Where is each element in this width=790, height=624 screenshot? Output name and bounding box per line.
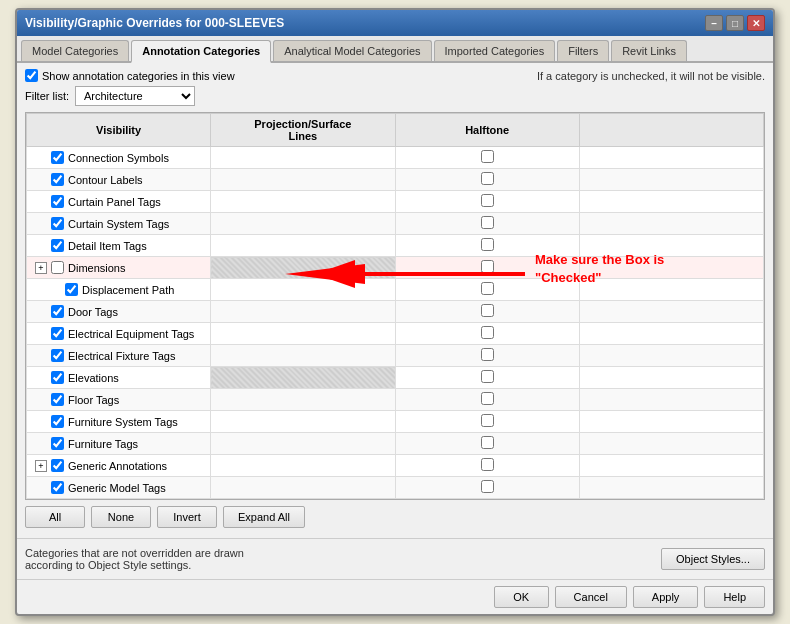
minimize-button[interactable]: – bbox=[705, 15, 723, 31]
visibility-checkbox[interactable] bbox=[51, 173, 64, 186]
row-label: Curtain Panel Tags bbox=[68, 196, 161, 208]
visibility-checkbox[interactable] bbox=[51, 261, 64, 274]
halftone-checkbox[interactable] bbox=[481, 370, 494, 383]
apply-button[interactable]: Apply bbox=[633, 586, 699, 608]
help-button[interactable]: Help bbox=[704, 586, 765, 608]
halftone-checkbox[interactable] bbox=[481, 348, 494, 361]
close-button[interactable]: ✕ bbox=[747, 15, 765, 31]
visibility-checkbox[interactable] bbox=[51, 393, 64, 406]
tab-annotation-categories[interactable]: Annotation Categories bbox=[131, 40, 271, 63]
halftone-checkbox[interactable] bbox=[481, 216, 494, 229]
proj-cell bbox=[211, 279, 395, 301]
proj-cell bbox=[211, 235, 395, 257]
extra-cell bbox=[579, 455, 763, 477]
ok-cancel-row: OK Cancel Apply Help bbox=[17, 579, 773, 614]
table-row: +Floor Tags bbox=[27, 389, 211, 411]
tab-filters[interactable]: Filters bbox=[557, 40, 609, 61]
tab-imported-categories[interactable]: Imported Categories bbox=[434, 40, 556, 61]
visibility-table: Visibility Projection/SurfaceLines Halft… bbox=[26, 113, 764, 499]
halftone-cell bbox=[395, 279, 579, 301]
visibility-checkbox[interactable] bbox=[51, 481, 64, 494]
object-styles-button[interactable]: Object Styles... bbox=[661, 548, 765, 570]
show-annotation-checkbox[interactable] bbox=[25, 69, 38, 82]
halftone-cell bbox=[395, 213, 579, 235]
halftone-cell bbox=[395, 389, 579, 411]
extra-cell bbox=[579, 433, 763, 455]
visibility-checkbox[interactable] bbox=[65, 283, 78, 296]
extra-cell bbox=[579, 147, 763, 169]
filter-row: Filter list: Architecture bbox=[25, 86, 765, 106]
extra-cell bbox=[579, 235, 763, 257]
halftone-checkbox[interactable] bbox=[481, 480, 494, 493]
extra-cell bbox=[579, 169, 763, 191]
row-label: Detail Item Tags bbox=[68, 240, 147, 252]
row-label: Floor Tags bbox=[68, 394, 119, 406]
extra-cell bbox=[579, 477, 763, 499]
table-row: +Dimensions bbox=[27, 257, 211, 279]
halftone-checkbox[interactable] bbox=[481, 260, 494, 273]
halftone-cell bbox=[395, 169, 579, 191]
extra-cell bbox=[579, 345, 763, 367]
extra-cell bbox=[579, 279, 763, 301]
maximize-button[interactable]: □ bbox=[726, 15, 744, 31]
visibility-checkbox[interactable] bbox=[51, 217, 64, 230]
row-label: Connection Symbols bbox=[68, 152, 169, 164]
halftone-checkbox[interactable] bbox=[481, 392, 494, 405]
visibility-checkbox[interactable] bbox=[51, 151, 64, 164]
title-bar-buttons: – □ ✕ bbox=[705, 15, 765, 31]
visibility-checkbox[interactable] bbox=[51, 371, 64, 384]
halftone-checkbox[interactable] bbox=[481, 414, 494, 427]
visibility-checkbox[interactable] bbox=[51, 195, 64, 208]
extra-cell bbox=[579, 323, 763, 345]
options-row: Show annotation categories in this view … bbox=[25, 69, 765, 82]
proj-cell bbox=[211, 433, 395, 455]
halftone-checkbox[interactable] bbox=[481, 326, 494, 339]
halftone-checkbox[interactable] bbox=[481, 458, 494, 471]
row-label: Dimensions bbox=[68, 262, 125, 274]
proj-cell bbox=[211, 455, 395, 477]
visibility-checkbox[interactable] bbox=[51, 349, 64, 362]
visibility-checkbox[interactable] bbox=[51, 239, 64, 252]
row-label: Furniture Tags bbox=[68, 438, 138, 450]
footer-note: Categories that are not overridden are d… bbox=[25, 547, 244, 571]
halftone-cell bbox=[395, 191, 579, 213]
visibility-checkbox[interactable] bbox=[51, 437, 64, 450]
expand-button[interactable]: + bbox=[35, 460, 47, 472]
halftone-checkbox[interactable] bbox=[481, 304, 494, 317]
table-row: +Curtain System Tags bbox=[27, 213, 211, 235]
tab-revit-links[interactable]: Revit Links bbox=[611, 40, 687, 61]
filter-label: Filter list: bbox=[25, 90, 69, 102]
content-area: Show annotation categories in this view … bbox=[17, 63, 773, 538]
halftone-cell bbox=[395, 235, 579, 257]
proj-cell bbox=[211, 323, 395, 345]
cancel-button[interactable]: Cancel bbox=[555, 586, 627, 608]
visibility-checkbox[interactable] bbox=[51, 327, 64, 340]
title-bar: Visibility/Graphic Overrides for 000-SLE… bbox=[17, 10, 773, 36]
all-button[interactable]: All bbox=[25, 506, 85, 528]
invert-button[interactable]: Invert bbox=[157, 506, 217, 528]
halftone-cell bbox=[395, 345, 579, 367]
tab-model-categories[interactable]: Model Categories bbox=[21, 40, 129, 61]
halftone-checkbox[interactable] bbox=[481, 238, 494, 251]
halftone-cell bbox=[395, 367, 579, 389]
halftone-checkbox[interactable] bbox=[481, 436, 494, 449]
halftone-checkbox[interactable] bbox=[481, 194, 494, 207]
expand-button[interactable]: + bbox=[35, 262, 47, 274]
visibility-checkbox[interactable] bbox=[51, 415, 64, 428]
tab-analytical-model[interactable]: Analytical Model Categories bbox=[273, 40, 431, 61]
halftone-checkbox[interactable] bbox=[481, 172, 494, 185]
table-wrapper: Visibility Projection/SurfaceLines Halft… bbox=[25, 112, 765, 500]
tabs-row: Model Categories Annotation Categories A… bbox=[17, 36, 773, 63]
ok-button[interactable]: OK bbox=[494, 586, 549, 608]
halftone-checkbox[interactable] bbox=[481, 282, 494, 295]
halftone-checkbox[interactable] bbox=[481, 150, 494, 163]
table-row: +Detail Item Tags bbox=[27, 235, 211, 257]
filter-select[interactable]: Architecture bbox=[75, 86, 195, 106]
none-button[interactable]: None bbox=[91, 506, 151, 528]
visibility-checkbox[interactable] bbox=[51, 459, 64, 472]
expand-all-button[interactable]: Expand All bbox=[223, 506, 305, 528]
row-label: Elevations bbox=[68, 372, 119, 384]
table-row: +Furniture Tags bbox=[27, 433, 211, 455]
visibility-checkbox[interactable] bbox=[51, 305, 64, 318]
table-row: +Connection Symbols bbox=[27, 147, 211, 169]
